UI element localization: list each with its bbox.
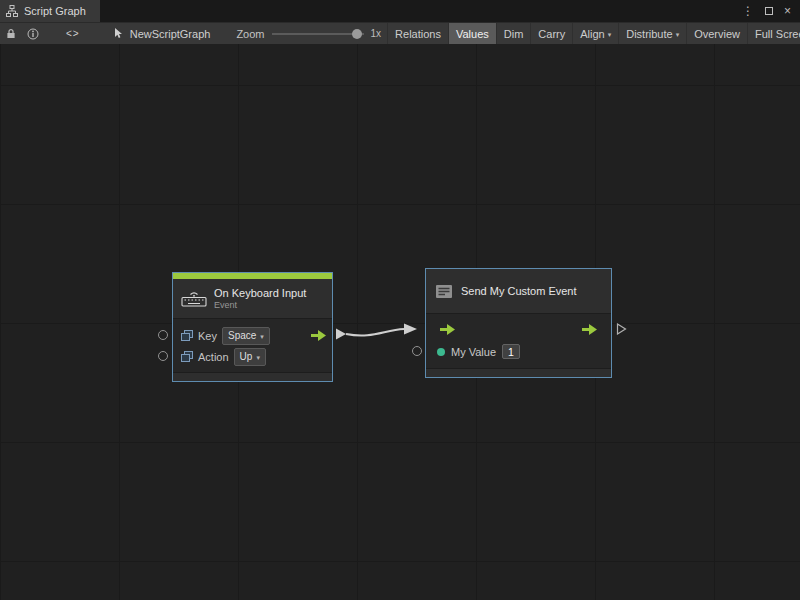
distribute-button[interactable]: Distribute ▾ <box>618 23 686 44</box>
tab-bar: Script Graph ⋮ × <box>0 0 800 22</box>
fullscreen-label: Full Screen <box>755 28 800 40</box>
control-input-port[interactable] <box>440 324 455 335</box>
port-row-key: Key Space ▾ <box>181 325 324 346</box>
flow-port-row <box>434 319 603 341</box>
node-footer <box>173 372 332 381</box>
info-icon <box>27 28 39 40</box>
values-label: Values <box>456 28 489 40</box>
node-header: Send My Custom Event <box>426 269 611 314</box>
window-controls: ⋮ × <box>742 0 800 22</box>
port-label-action: Action <box>198 351 229 363</box>
object-type-icon <box>181 330 193 342</box>
carry-button[interactable]: Carry <box>530 23 572 44</box>
info-button[interactable] <box>22 23 44 44</box>
connection-wire[interactable] <box>0 44 800 600</box>
distribute-label: Distribute <box>626 28 672 40</box>
dropdown-arrow-icon: ▾ <box>260 329 264 343</box>
node-subtitle: Event <box>214 300 306 310</box>
tab-script-graph[interactable]: Script Graph <box>0 0 100 22</box>
align-label: Align <box>580 28 604 40</box>
close-icon[interactable]: × <box>784 5 791 17</box>
fullscreen-button[interactable]: Full Screen <box>747 23 800 44</box>
port-label-my-value: My Value <box>451 346 496 358</box>
code-view-button[interactable]: <> <box>66 28 80 39</box>
object-type-icon <box>181 351 193 363</box>
graph-pointer-icon <box>114 28 124 39</box>
graph-toolbar: <> NewScriptGraph Zoom 1x Relations Valu… <box>0 22 800 44</box>
dropdown-arrow-icon: ▾ <box>676 29 680 39</box>
node-send-my-custom-event[interactable]: Send My Custom Event My Value 1 <box>425 268 612 378</box>
script-graph-window: Script Graph ⋮ × <> NewSc <box>0 0 800 600</box>
node-title: On Keyboard Input <box>214 287 306 299</box>
script-graph-icon <box>6 5 18 17</box>
value-port-my-value[interactable] <box>437 348 445 356</box>
tab-title: Script Graph <box>24 5 86 17</box>
align-button[interactable]: Align ▾ <box>572 23 618 44</box>
my-value-port[interactable] <box>412 346 422 356</box>
dim-button[interactable]: Dim <box>496 23 531 44</box>
dropdown-arrow-icon: ▾ <box>608 29 612 39</box>
zoom-label: Zoom <box>236 28 264 40</box>
action-dropdown[interactable]: Up ▾ <box>234 348 266 366</box>
node-header: On Keyboard Input Event <box>173 279 332 319</box>
graph-canvas[interactable]: On Keyboard Input Event Key Space ▾ <box>0 44 800 600</box>
node-footer <box>426 368 611 377</box>
carry-label: Carry <box>538 28 565 40</box>
control-output-port[interactable] <box>582 324 597 335</box>
custom-event-icon <box>434 283 454 300</box>
overview-button[interactable]: Overview <box>686 23 747 44</box>
key-value-port[interactable] <box>158 330 168 340</box>
graph-name: NewScriptGraph <box>130 28 211 40</box>
node-title: Send My Custom Event <box>461 285 577 297</box>
zoom-slider-handle[interactable] <box>352 29 362 39</box>
maximize-icon[interactable] <box>765 5 773 17</box>
lock-button[interactable] <box>0 23 22 44</box>
zoom-slider[interactable] <box>272 33 364 35</box>
port-row-action: Action Up ▾ <box>181 346 324 367</box>
keyboard-icon <box>181 290 207 307</box>
control-output-marker[interactable] <box>616 323 627 335</box>
key-dropdown-value: Space <box>228 330 256 342</box>
key-dropdown[interactable]: Space ▾ <box>222 327 270 345</box>
port-row-my-value: My Value 1 <box>434 341 603 362</box>
values-button[interactable]: Values <box>448 23 496 44</box>
control-output-port[interactable] <box>311 330 326 341</box>
my-value-input[interactable]: 1 <box>502 344 520 359</box>
menu-icon[interactable]: ⋮ <box>742 5 754 17</box>
node-on-keyboard-input[interactable]: On Keyboard Input Event Key Space ▾ <box>172 272 333 382</box>
relations-button[interactable]: Relations <box>387 23 448 44</box>
zoom-value: 1x <box>371 28 382 39</box>
node-ports: My Value 1 <box>426 314 611 368</box>
lock-icon <box>6 28 16 39</box>
action-value-port[interactable] <box>158 351 168 361</box>
node-ports: Key Space ▾ Action Up ▾ <box>173 319 332 372</box>
graph-breadcrumb[interactable]: NewScriptGraph <box>114 28 211 40</box>
relations-label: Relations <box>395 28 441 40</box>
action-dropdown-value: Up <box>240 351 253 363</box>
port-label-key: Key <box>198 330 217 342</box>
dim-label: Dim <box>504 28 524 40</box>
overview-label: Overview <box>694 28 740 40</box>
dropdown-arrow-icon: ▾ <box>256 350 260 364</box>
